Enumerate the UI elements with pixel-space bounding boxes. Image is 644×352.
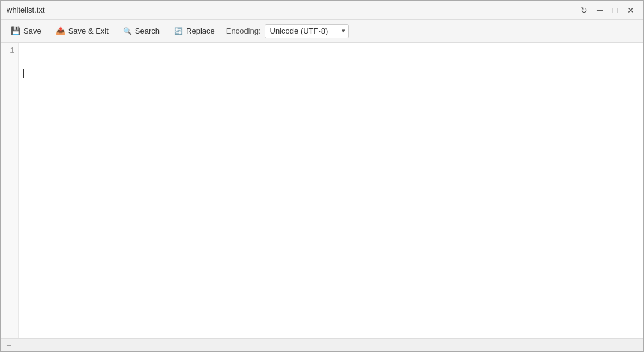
minimize-icon: ─	[597, 5, 603, 15]
save-button[interactable]: 💾 Save	[4, 23, 48, 39]
replace-icon: 🔄	[174, 27, 183, 35]
title-bar: whitelist.txt ↻ ─ □ ✕	[1, 1, 643, 20]
refresh-icon: ↻	[580, 5, 588, 15]
save-exit-label: Save & Exit	[68, 26, 109, 35]
encoding-select[interactable]: Unicode (UTF-8) ANSI UTF-16 LE UTF-16 BE	[265, 24, 349, 38]
search-icon: 🔍	[123, 27, 132, 35]
title-bar-left: whitelist.txt	[7, 5, 45, 14]
line-number-1: 1	[1, 45, 14, 56]
save-icon: 💾	[11, 26, 20, 35]
replace-label: Replace	[186, 26, 215, 35]
editor-area: 1	[1, 43, 643, 338]
toolbar: 💾 Save 📤 Save & Exit 🔍 Search 🔄 Replace …	[1, 20, 643, 43]
maximize-icon: □	[613, 5, 618, 15]
text-cursor	[23, 69, 24, 78]
close-icon: ✕	[627, 5, 634, 15]
save-exit-button[interactable]: 📤 Save & Exit	[49, 23, 115, 39]
save-exit-icon: 📤	[56, 26, 65, 35]
window-title: whitelist.txt	[7, 5, 45, 14]
title-bar-controls: ↻ ─ □ ✕	[577, 4, 637, 17]
editor-line-1	[23, 68, 639, 79]
refresh-button[interactable]: ↻	[577, 4, 591, 17]
save-label: Save	[23, 26, 41, 35]
line-numbers: 1	[1, 43, 19, 338]
search-label: Search	[135, 26, 160, 35]
minimize-button[interactable]: ─	[593, 4, 606, 17]
close-button[interactable]: ✕	[624, 4, 637, 17]
status-bar: ─	[1, 338, 643, 351]
replace-button[interactable]: 🔄 Replace	[167, 23, 221, 39]
encoding-label: Encoding:	[226, 26, 261, 35]
search-button[interactable]: 🔍 Search	[116, 23, 166, 39]
status-left: ─	[7, 342, 11, 349]
encoding-wrapper: Unicode (UTF-8) ANSI UTF-16 LE UTF-16 BE…	[265, 24, 349, 38]
maximize-button[interactable]: □	[609, 4, 622, 17]
editor-content[interactable]	[19, 43, 643, 338]
main-window: whitelist.txt ↻ ─ □ ✕ 💾 Save 📤 Save & Ex…	[0, 0, 644, 352]
